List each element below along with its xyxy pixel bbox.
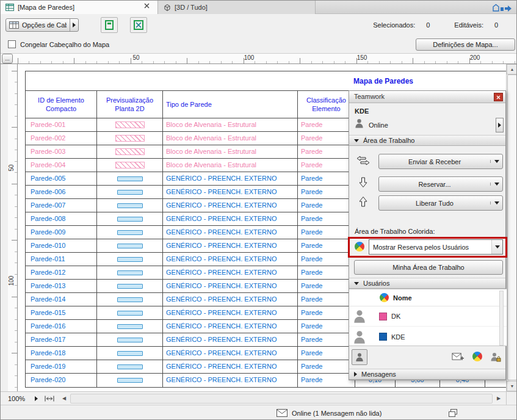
cell-element-id: Parede-014 — [26, 293, 97, 306]
scroll-left-icon[interactable]: ◀ — [59, 394, 69, 404]
cell-element-id: Parede-015 — [26, 306, 97, 319]
section-workspace-label: Área de Trabalho — [363, 137, 414, 144]
user-name: DK — [391, 313, 400, 320]
split-header-button[interactable] — [130, 17, 147, 33]
cell-wall-type: GENÉRICO - PREENCH. EXTERNO — [163, 172, 298, 185]
editable-value: 0 — [492, 21, 498, 29]
cell-classification: Parede — [298, 280, 355, 292]
merge-header-button[interactable] — [101, 17, 118, 33]
cell-wall-type: Bloco de Alvenaria - Estrutural — [163, 118, 298, 131]
cell-classification: Parede — [298, 306, 355, 319]
user-access-icon[interactable] — [490, 352, 502, 363]
wall-bar-preview-icon — [117, 270, 143, 275]
cell-element-id: Parede-019 — [26, 360, 97, 373]
users-list-scrollbar[interactable] — [499, 291, 504, 346]
user-person-icon — [353, 309, 366, 324]
tab-mapa-de-paredes[interactable]: [Mapa de Paredes] — [1, 1, 158, 14]
release-all-button[interactable]: Liberar Tudo — [378, 195, 503, 211]
cell-classification: Parede — [298, 159, 355, 172]
scroll-down-icon[interactable]: ▼ — [507, 381, 517, 391]
cell-classification: Parede — [298, 347, 355, 360]
ruler-options-button[interactable]: ... — [2, 54, 13, 63]
column-header-classification[interactable]: Classificação Elemento — [298, 91, 355, 118]
cell-classification: Parede — [298, 333, 355, 346]
cell-wall-type: GENÉRICO - PREENCH. EXTERNO — [163, 347, 298, 360]
user-colors-icon[interactable] — [471, 352, 483, 361]
cell-preview — [97, 226, 163, 239]
scroll-up-icon[interactable]: ▲ — [507, 64, 517, 74]
status-expander-button[interactable] — [496, 118, 504, 132]
ruler-mark-200: 200 — [466, 54, 484, 61]
wall-bar-preview-icon — [117, 176, 143, 181]
cell-element-id: Parede-013 — [26, 280, 97, 292]
ruler-vmark-100: 100 — [8, 272, 16, 290]
dropdown-chevron-icon[interactable] — [491, 240, 502, 254]
tab-close-icon[interactable] — [144, 3, 153, 12]
column-header-element-id[interactable]: ID de Elemento Compacto — [26, 91, 97, 118]
selected-label: Selecionados: — [373, 21, 415, 29]
teamwork-palette-titlebar[interactable]: Teamwork — [349, 91, 505, 103]
fit-in-window-icon[interactable] — [45, 394, 54, 404]
zoom-bar: 100% ◀ ▶ — [1, 391, 506, 405]
header-options-button[interactable]: Opções de Cabeç... — [5, 18, 79, 32]
zoom-menu-icon[interactable] — [31, 394, 41, 404]
reserve-button[interactable]: Reservar... — [378, 176, 503, 192]
release-all-dropdown-icon[interactable] — [490, 201, 502, 205]
teamwork-palette: Teamwork KDE Online Área de Trabalho Env… — [349, 90, 506, 380]
schedule-toolbar: Opções de Cabeç... Selecionados: 0 Editá… — [1, 14, 516, 35]
filter-users-button[interactable] — [352, 349, 367, 365]
tab-bar: [Mapa de Paredes] [3D / Tudo] — [1, 1, 516, 14]
wall-bar-preview-icon — [117, 338, 143, 342]
application-window: [Mapa de Paredes] [3D / Tudo] Opções d — [0, 0, 517, 420]
vertical-scroll-thumb[interactable] — [507, 74, 517, 380]
cell-preview — [97, 360, 163, 373]
reserve-dropdown-icon[interactable] — [490, 183, 502, 186]
palette-close-button[interactable] — [494, 93, 503, 101]
cell-element-id: Parede-020 — [26, 374, 97, 387]
cell-preview — [97, 347, 163, 360]
cell-wall-type: GENÉRICO - PREENCH. EXTERNO — [163, 186, 298, 198]
hatch-preview-icon — [115, 121, 145, 128]
split-header-icon — [133, 20, 144, 31]
scroll-right-icon[interactable]: ▶ — [494, 394, 504, 404]
send-receive-dropdown-icon[interactable] — [490, 160, 502, 163]
section-users[interactable]: Usuários — [349, 278, 505, 289]
scrollbar-corner — [506, 391, 517, 405]
section-workspace[interactable]: Área de Trabalho — [349, 135, 505, 146]
cascade-windows-icon[interactable] — [448, 408, 458, 418]
online-status-message[interactable]: Online (1 Mensagem não lida) — [277, 405, 381, 420]
wall-bar-preview-icon — [117, 324, 143, 329]
users-header-label: Nome — [393, 294, 412, 302]
user-row-kde[interactable]: KDE — [349, 327, 507, 347]
vertical-scrollbar[interactable]: ▲ ▼ — [506, 64, 517, 391]
wall-bar-preview-icon — [117, 364, 143, 369]
schedule-tab-icon — [5, 4, 14, 11]
cell-classification: Parede — [298, 253, 355, 266]
colored-workspace-dropdown[interactable]: Mostrar Reserva pelos Usuários — [369, 239, 503, 255]
cell-preview — [97, 293, 163, 306]
map-settings-button[interactable]: Definições de Mapa... — [416, 38, 515, 51]
teamwork-status-icons[interactable] — [492, 1, 516, 13]
wall-bar-preview-icon — [117, 284, 143, 289]
cell-element-id: Parede-003 — [26, 145, 97, 158]
user-row-dk[interactable]: DK — [349, 306, 507, 327]
header-options-arrow[interactable] — [70, 19, 78, 31]
freeze-header-checkbox[interactable] — [8, 40, 16, 48]
hatch-preview-icon — [115, 135, 145, 142]
tab-3d-tudo[interactable]: [3D / Tudo] — [158, 1, 316, 14]
ruler-mark-150: 150 — [353, 54, 371, 61]
colored-workspace-icon — [353, 240, 367, 254]
horizontal-scrollbar[interactable] — [70, 394, 493, 404]
column-header-preview[interactable]: Previsualização Planta 2D — [97, 91, 163, 118]
user-person-icon — [355, 118, 364, 129]
wall-bar-preview-icon — [117, 217, 143, 222]
cell-preview — [97, 132, 163, 145]
cell-classification: Parede — [298, 374, 355, 387]
wall-bar-preview-icon — [117, 203, 143, 208]
my-workspace-button[interactable]: Minha Área de Trabalho — [354, 260, 503, 275]
zoom-level[interactable]: 100% — [8, 395, 25, 402]
section-messages[interactable]: Mensagens — [349, 369, 505, 380]
send-message-icon[interactable] — [452, 352, 464, 361]
send-receive-button[interactable]: Enviar & Receber — [378, 154, 503, 169]
column-header-wall-type[interactable]: Tipo de Parede — [163, 91, 298, 118]
